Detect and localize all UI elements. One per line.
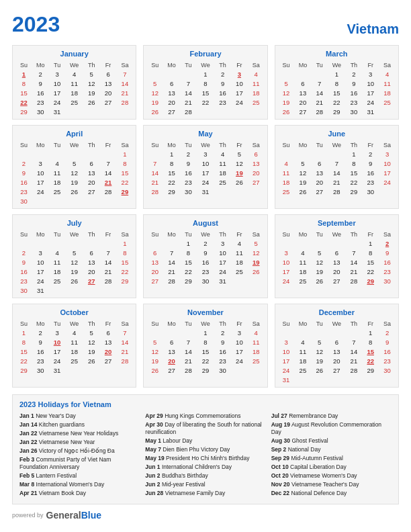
holiday-name: Vietnamese Women's Day [290,472,357,479]
day-16: 16 [379,347,396,356]
empty-cell [294,149,311,159]
day-26: 26 [146,365,163,375]
day-13: 13 [163,88,180,97]
day-17: 17 [278,267,295,276]
day-6: 6 [83,159,100,168]
holiday-name: International Children's Day [162,463,232,470]
day-16: 16 [214,88,231,97]
cal-table-january: SuMoTuWeThFrSa12345678910111213141516171… [15,61,133,116]
day-header-sa: Sa [116,141,133,149]
day-25: 25 [379,97,396,107]
empty-cell [163,328,180,337]
day-14: 14 [311,88,328,97]
holiday-name: Remembrance Day [289,412,338,419]
cal-table-february: SuMoTuWeThFrSa12345678910111213141516171… [146,61,264,116]
day-25: 25 [248,97,265,107]
day-5: 5 [294,159,311,168]
day-17: 17 [32,267,49,276]
day-7: 7 [345,337,362,347]
day-1: 1 [197,69,214,79]
day-7: 7 [311,79,328,88]
day-8: 8 [15,79,32,88]
day-4: 4 [278,159,295,168]
holiday-item: Apr 30 Day of liberating the South for n… [145,421,265,436]
holiday-item: Jan 14 Kitchen guardians [19,421,140,429]
day-28: 28 [163,276,180,285]
day-2: 2 [197,238,214,248]
day-15: 15 [197,88,214,97]
day-26: 26 [65,187,83,196]
day-header-sa: Sa [248,320,265,328]
day-23: 23 [379,267,396,276]
day-15: 15 [163,168,180,177]
cal-table-october: SuMoTuWeThFrSa12345678910111213141516171… [15,320,133,375]
page-header: 2023 Vietnam [12,12,399,37]
empty-cell [278,149,295,159]
empty-cell [100,285,117,295]
empty-cell [146,69,163,79]
day-21: 21 [116,347,133,356]
day-header-mo: Mo [163,320,180,328]
day-13: 13 [100,79,117,88]
day-17: 17 [49,88,66,97]
day-header-fr: Fr [362,61,379,69]
empty-cell [65,365,83,375]
holiday-name: Vietnamese Family Day [165,490,226,496]
day-header-th: Th [345,320,362,328]
day-10: 10 [379,159,396,168]
day-header-sa: Sa [379,320,396,328]
month-title-march: March [278,48,396,59]
day-27: 27 [294,107,311,116]
day-4: 4 [65,328,83,337]
day-17: 17 [214,257,231,267]
day-26: 26 [248,267,265,276]
day-29: 29 [197,365,214,375]
day-25: 25 [294,365,311,375]
day-22: 22 [362,267,379,276]
day-9: 9 [180,159,197,168]
day-25: 25 [49,276,66,285]
day-3: 3 [231,328,248,337]
holidays-columns: Jan 1 New Year's DayJan 14 Kitchen guard… [19,412,392,498]
day-2: 2 [379,328,396,337]
day-7: 7 [180,79,197,88]
day-header-su: Su [278,61,295,69]
day-2: 2 [379,238,396,248]
holiday-item: Feb 3 Communist Party of Viet Nam Founda… [19,456,140,471]
day-28: 28 [180,365,197,375]
day-2: 2 [15,248,32,257]
day-10: 10 [197,159,214,168]
day-7: 7 [100,159,117,168]
day-29: 29 [328,107,345,116]
day-header-fr: Fr [231,230,248,238]
day-header-mo: Mo [294,320,311,328]
cal-table-june: SuMoTuWeThFrSa12345678910111213141516171… [278,141,396,196]
holiday-name: National Day [288,446,321,453]
holiday-name: Victory of Ngọc Hồi-Đống Đa [39,447,115,454]
day-1: 1 [116,238,133,248]
empty-cell [294,69,311,79]
day-27: 27 [100,97,117,107]
day-header-th: Th [214,320,231,328]
holiday-item: Aug 19 August Revolution Commemoration D… [271,421,392,436]
day-header-we: We [65,320,83,328]
day-30: 30 [15,196,32,206]
day-header-mo: Mo [294,141,311,149]
day-24: 24 [32,187,49,196]
day-24: 24 [278,365,295,375]
month-block-march: MarchSuMoTuWeThFrSa123456789101112131415… [275,45,399,120]
day-2: 2 [32,328,49,337]
day-31: 31 [214,276,231,285]
day-22: 22 [197,97,214,107]
day-28: 28 [311,107,328,116]
day-18: 18 [248,88,265,97]
holiday-name: Lantern Festival [36,472,77,479]
cal-table-july: SuMoTuWeThFrSa12345678910111213141516171… [15,230,133,295]
holiday-item: Aug 30 Ghost Festival [271,437,392,445]
month-title-january: January [15,48,133,59]
day-26: 26 [278,107,295,116]
day-header-we: We [328,230,345,238]
day-header-we: We [197,320,214,328]
month-block-december: DecemberSuMoTuWeThFrSa123456789101112131… [275,304,399,388]
day-5: 5 [83,69,100,79]
